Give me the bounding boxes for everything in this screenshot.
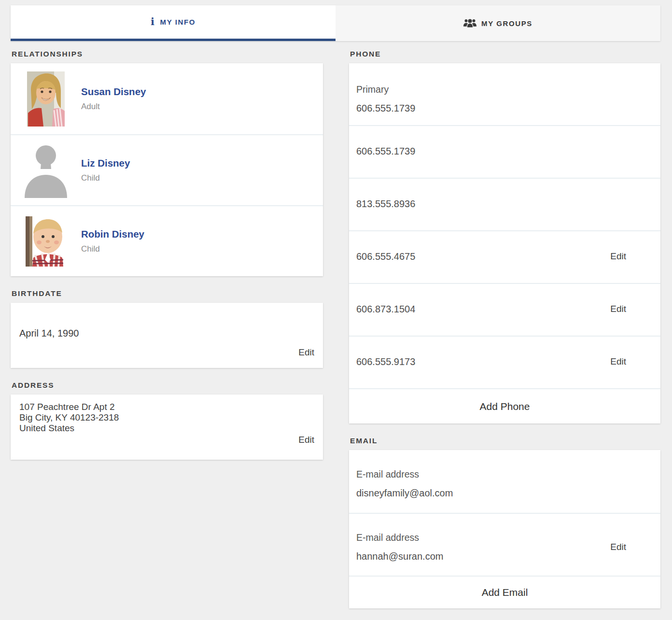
info-icon: i bbox=[151, 16, 155, 27]
phone-row: 813.555.8936 bbox=[349, 178, 660, 230]
tab-bar: i MY INFO MY GROUPS bbox=[11, 5, 660, 41]
email-list: E-mail address disneyfamily@aol.com E-ma… bbox=[349, 450, 660, 576]
birthdate-header: BIRTHDATE bbox=[12, 289, 322, 298]
add-phone-button[interactable]: Add Phone bbox=[480, 401, 530, 412]
avatar-person-silhouette bbox=[11, 143, 81, 198]
phone-list: Primary 606.555.1739 606.555.1739 813.55… bbox=[349, 63, 660, 388]
phone-field: Primary 606.555.1739 bbox=[356, 84, 415, 114]
phone-row: 606.873.1504 Edit bbox=[349, 283, 660, 336]
phone-label: Primary bbox=[356, 84, 415, 95]
phone-number: 606.555.9173 bbox=[356, 356, 415, 367]
email-address: hannah@suran.com bbox=[356, 550, 443, 562]
edit-phone-button[interactable]: Edit bbox=[610, 251, 626, 262]
email-label: E-mail address bbox=[356, 469, 453, 480]
edit-phone-button[interactable]: Edit bbox=[610, 356, 626, 367]
tab-my-groups[interactable]: MY GROUPS bbox=[336, 5, 660, 41]
tab-my-groups-label: MY GROUPS bbox=[481, 19, 532, 28]
avatar-baby-photo bbox=[11, 216, 81, 267]
avatar-woman-photo bbox=[11, 71, 81, 127]
edit-phone-button[interactable]: Edit bbox=[610, 303, 626, 315]
relationship-row[interactable]: Liz Disney Child bbox=[11, 134, 323, 205]
relationship-text: Susan Disney Adult bbox=[81, 86, 146, 112]
relationship-row[interactable]: Robin Disney Child bbox=[11, 205, 323, 276]
right-column: PHONE Primary 606.555.1739 606.555.1739 … bbox=[349, 41, 660, 608]
birthdate-value: April 14, 1990 bbox=[19, 303, 314, 339]
phone-number: 813.555.8936 bbox=[356, 198, 415, 210]
phone-number: 606.555.1739 bbox=[356, 145, 415, 157]
email-field: E-mail address disneyfamily@aol.com bbox=[356, 469, 453, 499]
relationship-name-link[interactable]: Susan Disney bbox=[81, 86, 146, 98]
relationship-name-link[interactable]: Robin Disney bbox=[81, 228, 144, 240]
email-field: E-mail address hannah@suran.com bbox=[356, 532, 443, 562]
phone-field: 606.555.4675 bbox=[356, 251, 415, 262]
email-card: E-mail address disneyfamily@aol.com E-ma… bbox=[349, 450, 660, 608]
add-phone-row: Add Phone bbox=[349, 388, 660, 423]
phone-number: 606.555.1739 bbox=[356, 102, 415, 114]
phone-number: 606.555.4675 bbox=[356, 251, 415, 262]
edit-birthdate-button[interactable]: Edit bbox=[298, 347, 314, 358]
email-header: EMAIL bbox=[350, 437, 659, 445]
edit-email-button[interactable]: Edit bbox=[610, 541, 626, 553]
email-label: E-mail address bbox=[356, 532, 443, 543]
phone-card: Primary 606.555.1739 606.555.1739 813.55… bbox=[349, 63, 660, 423]
phone-row: 606.555.1739 bbox=[349, 125, 660, 178]
relationships-card: Susan Disney Adult Liz Disney Child Rob bbox=[11, 63, 323, 276]
relationships-header: RELATIONSHIPS bbox=[12, 50, 322, 58]
users-icon bbox=[463, 18, 476, 28]
relationship-role: Child bbox=[81, 244, 144, 254]
relationship-role: Child bbox=[81, 173, 130, 183]
address-card: 107 Peachtree Dr Apt 2 Big City, KY 4012… bbox=[11, 395, 323, 460]
email-row: E-mail address hannah@suran.com Edit bbox=[349, 513, 660, 576]
address-line-2: Big City, KY 40123-2318 bbox=[19, 412, 314, 423]
phone-row: Primary 606.555.1739 bbox=[349, 63, 660, 125]
birthdate-card: April 14, 1990 Edit bbox=[11, 303, 323, 368]
phone-row: 606.555.4675 Edit bbox=[349, 230, 660, 283]
relationship-role: Adult bbox=[81, 102, 146, 112]
phone-number: 606.873.1504 bbox=[356, 303, 415, 315]
phone-field: 606.555.9173 bbox=[356, 356, 415, 367]
address-line-1: 107 Peachtree Dr Apt 2 bbox=[19, 402, 314, 412]
address-line-3: United States bbox=[19, 423, 314, 434]
baby-photo bbox=[26, 216, 66, 267]
add-email-row: Add Email bbox=[349, 576, 660, 608]
add-email-button[interactable]: Add Email bbox=[482, 587, 528, 598]
address-header: ADDRESS bbox=[12, 381, 322, 390]
tab-my-info[interactable]: i MY INFO bbox=[11, 5, 336, 41]
phone-field: 606.873.1504 bbox=[356, 303, 415, 315]
woman-photo bbox=[27, 71, 65, 127]
tab-my-info-label: MY INFO bbox=[160, 18, 196, 26]
phone-header: PHONE bbox=[350, 50, 659, 58]
relationship-text: Liz Disney Child bbox=[81, 157, 130, 183]
left-column: RELATIONSHIPS Susan Disney Adult Liz Dis… bbox=[11, 41, 323, 608]
phone-field: 606.555.1739 bbox=[356, 145, 415, 157]
phone-row: 606.555.9173 Edit bbox=[349, 336, 660, 388]
person-silhouette bbox=[21, 143, 71, 198]
main-content: RELATIONSHIPS Susan Disney Adult Liz Dis… bbox=[0, 41, 672, 608]
relationship-name-link[interactable]: Liz Disney bbox=[81, 157, 130, 169]
edit-address-button[interactable]: Edit bbox=[298, 434, 314, 446]
relationship-row[interactable]: Susan Disney Adult bbox=[11, 63, 323, 134]
relationship-text: Robin Disney Child bbox=[81, 228, 144, 254]
email-row: E-mail address disneyfamily@aol.com bbox=[349, 450, 660, 513]
email-address: disneyfamily@aol.com bbox=[356, 487, 453, 499]
phone-field: 813.555.8936 bbox=[356, 198, 415, 210]
